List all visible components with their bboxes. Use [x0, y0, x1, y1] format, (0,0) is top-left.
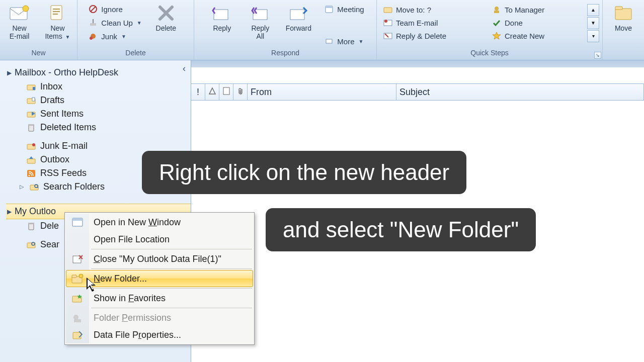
callout-2: and select "New Folder"	[266, 208, 536, 251]
svg-rect-59	[72, 275, 76, 278]
quicksteps-dialog-launcher[interactable]: ↘	[594, 52, 601, 59]
group-quicksteps: Move to: ? Team E-mail Reply & Delete To…	[377, 0, 603, 60]
folder-icon	[613, 3, 633, 23]
qs-scroll-down[interactable]: ▼	[587, 17, 599, 29]
drafts-icon	[26, 96, 36, 106]
ctx-close-file[interactable]: Close "My Outlook Data File(1)"	[66, 250, 253, 267]
favorites-icon	[70, 292, 85, 305]
ctx-data-file-properties[interactable]: Data File Properties...	[66, 326, 253, 343]
svg-rect-19	[326, 39, 332, 43]
folder-move-icon	[383, 5, 393, 15]
search-folder-icon	[26, 240, 36, 250]
qs-to-manager[interactable]: To Manager	[489, 3, 584, 16]
svg-rect-18	[326, 6, 333, 8]
move-label: Move	[615, 24, 632, 32]
qs-create-new-label: Create New	[505, 32, 544, 40]
folder-sent[interactable]: Sent Items	[6, 107, 191, 121]
ctx-separator	[91, 308, 252, 308]
group-title-new: New	[3, 48, 74, 59]
folder-inbox[interactable]: Inbox	[6, 80, 191, 94]
move-button[interactable]: Move	[606, 3, 641, 32]
reply-icon	[212, 3, 232, 23]
more-icon	[324, 36, 334, 46]
col-reminder[interactable]	[205, 84, 219, 100]
folder-deleted[interactable]: Deleted Items	[6, 121, 191, 134]
properties-icon	[70, 329, 85, 342]
meeting-button[interactable]: Meeting	[322, 3, 366, 15]
reminder-icon	[208, 87, 216, 98]
cleanup-button[interactable]: Clean Up ▼	[86, 17, 143, 29]
ctx-label: Folder Permissions	[94, 313, 171, 323]
qs-move-to[interactable]: Move to: ?	[380, 3, 486, 16]
col-attachment[interactable]	[233, 84, 248, 100]
new-folder-icon	[70, 273, 85, 286]
svg-marker-41	[29, 156, 33, 159]
ignore-button[interactable]: Ignore	[86, 3, 143, 15]
col-subject[interactable]: Subject	[396, 84, 643, 100]
folder-drafts[interactable]: Drafts	[6, 94, 191, 107]
folder-label: Inbox	[40, 81, 62, 92]
ctx-open-new-window[interactable]: Open in New Window	[66, 214, 253, 231]
col-importance[interactable]: !	[191, 84, 205, 100]
callout-2-text: and select "New Folder"	[283, 217, 519, 242]
qs-reply-delete[interactable]: Reply & Delete	[380, 29, 486, 42]
triangle-down-icon: ▶	[7, 208, 12, 215]
folder-label: Search Folders	[43, 182, 105, 192]
broom-icon	[88, 18, 98, 28]
qs-expand[interactable]: ▾	[587, 30, 599, 42]
ignore-icon	[88, 4, 98, 14]
chevron-down-icon: ▼	[121, 34, 126, 39]
svg-rect-2	[51, 6, 62, 20]
column-headers: ! From Subject	[191, 83, 644, 101]
svg-rect-54	[72, 218, 83, 221]
svg-rect-64	[74, 319, 81, 322]
ignore-label: Ignore	[101, 5, 123, 14]
ctx-label: New Folder...	[94, 274, 147, 284]
mailbox-header[interactable]: ▶ Mailbox - Ortho HelpDesk	[6, 65, 191, 80]
col-from[interactable]: From	[248, 84, 396, 100]
forward-icon	[288, 3, 308, 23]
col-icon[interactable]	[219, 84, 233, 100]
qs-team-email[interactable]: Team E-mail	[380, 16, 486, 29]
svg-rect-20	[384, 8, 392, 13]
outbox-icon	[26, 155, 36, 165]
reply-all-label-1: Reply	[251, 24, 269, 32]
folder-label: Deleted Items	[40, 122, 96, 133]
qs-create-new[interactable]: Create New	[489, 29, 584, 42]
svg-rect-55	[73, 256, 81, 263]
more-respond-button[interactable]: More ▼	[322, 35, 366, 47]
junk-folder-icon	[26, 141, 36, 151]
forward-button[interactable]: Forward	[281, 3, 316, 32]
delete-button[interactable]: Delete	[147, 3, 185, 32]
qs-done[interactable]: Done	[489, 16, 584, 29]
svg-rect-65	[73, 332, 81, 339]
qs-scroll-up[interactable]: ▲	[587, 4, 599, 16]
group-title-respond: Respond	[197, 48, 373, 59]
group-move: Move	[603, 0, 644, 60]
svg-rect-3	[53, 9, 60, 10]
ctx-folder-permissions: Folder Permissions	[66, 309, 253, 326]
collapse-nav-chevron[interactable]: ‹	[183, 63, 186, 74]
new-email-button[interactable]: NewE-mail	[2, 3, 37, 40]
junk-button[interactable]: Junk ▼	[86, 30, 143, 42]
svg-point-22	[384, 20, 387, 23]
svg-rect-42	[27, 170, 35, 177]
group-new: NewE-mail NewItems ▼ New	[0, 0, 77, 60]
svg-rect-9	[93, 19, 94, 23]
check-icon	[492, 18, 502, 28]
ctx-new-folder[interactable]: New Folder...	[66, 270, 253, 287]
new-email-label-2: E-mail	[10, 32, 30, 40]
svg-marker-27	[493, 32, 501, 39]
svg-rect-31	[33, 87, 35, 90]
svg-rect-52	[223, 87, 229, 95]
svg-point-63	[73, 315, 78, 320]
ctx-show-favorites[interactable]: Show in Favorites	[66, 290, 253, 307]
ctx-open-file-location[interactable]: Open File Location	[66, 231, 253, 248]
reply-button[interactable]: Reply	[204, 3, 239, 32]
group-title-delete: Delete	[80, 48, 191, 59]
reply-all-button[interactable]: ReplyAll	[243, 3, 278, 40]
chevron-down-icon: ▼	[359, 39, 364, 44]
group-respond: Reply ReplyAll Forward Meeting More	[194, 0, 377, 60]
folder-label: Sear	[40, 239, 59, 250]
new-items-button[interactable]: NewItems ▼	[40, 3, 75, 40]
